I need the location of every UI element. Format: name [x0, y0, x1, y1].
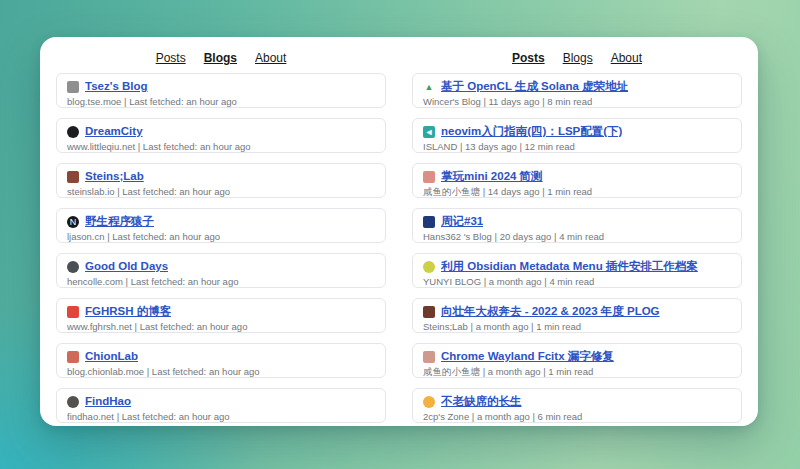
blog-link[interactable]: Steins;Lab: [85, 170, 144, 183]
blog-meta: www.littleqiu.net | Last fetched: an hou…: [67, 141, 375, 152]
blog-meta: blog.tse.moe | Last fetched: an hour ago: [67, 96, 375, 107]
post-link[interactable]: 利用 Obsidian Metadata Menu 插件安排工作档案: [441, 260, 698, 273]
post-meta: ISLAND | 13 days ago | 12 min read: [423, 141, 731, 152]
title-row: Chrome Wayland Fcitx 漏字修复: [423, 350, 731, 363]
blog-link[interactable]: Good Old Days: [85, 260, 168, 273]
tsez-blog-favicon: [67, 81, 79, 93]
post-card: 利用 Obsidian Metadata Menu 插件安排工作档案YUNYI …: [412, 253, 742, 288]
blog-meta: steinslab.io | Last fetched: an hour ago: [67, 186, 375, 197]
post-link[interactable]: 向壮年大叔奔去 - 2022 & 2023 年度 PLOG: [441, 305, 660, 318]
nav-link-about[interactable]: About: [255, 51, 286, 65]
post-card: ◄neovim入门指南(四)：LSP配置(下)ISLAND | 13 days …: [412, 118, 742, 153]
post-meta: 2cp's Zone | a month ago | 6 min read: [423, 411, 731, 422]
findhao-favicon: [67, 396, 79, 408]
steinslab-avatar-favicon: [423, 306, 435, 318]
post-card: 不老缺席的长生2cp's Zone | a month ago | 6 min …: [412, 388, 742, 423]
post-meta: Steins;Lab | a month ago | 1 min read: [423, 321, 731, 332]
post-meta: 咸鱼的小鱼塘 | a month ago | 1 min read: [423, 366, 731, 378]
post-link[interactable]: 掌玩mini 2024 简测: [441, 170, 543, 183]
title-row: Steins;Lab: [67, 170, 375, 183]
blogs-column-nav: PostsBlogsAbout: [56, 45, 386, 73]
title-row: FGHRSH 的博客: [67, 305, 375, 318]
yunyi-favicon: [423, 261, 435, 273]
title-row: DreamCity: [67, 125, 375, 138]
post-meta: YUNYI BLOG | a month ago | 4 min read: [423, 276, 731, 287]
nav-link-blogs[interactable]: Blogs: [563, 51, 593, 65]
title-row: 向壮年大叔奔去 - 2022 & 2023 年度 PLOG: [423, 305, 731, 318]
title-row: ▲基于 OpenCL 生成 Solana 虚荣地址: [423, 80, 731, 93]
post-meta: Hans362 's Blog | 20 days ago | 4 min re…: [423, 231, 731, 242]
fghrsh-favicon: [67, 306, 79, 318]
title-row: 不老缺席的长生: [423, 395, 731, 408]
post-card: 掌玩mini 2024 简测咸鱼的小鱼塘 | 14 days ago | 1 m…: [412, 163, 742, 198]
blog-meta: hencolle.com | Last fetched: an hour ago: [67, 276, 375, 287]
post-card: Chrome Wayland Fcitx 漏字修复咸鱼的小鱼塘 | a mont…: [412, 343, 742, 378]
xianyu-pond-favicon: [423, 171, 435, 183]
post-link[interactable]: 基于 OpenCL 生成 Solana 虚荣地址: [441, 80, 628, 93]
post-link[interactable]: 周记#31: [441, 215, 483, 228]
title-row: N野生程序猿子: [67, 215, 375, 228]
posts-column: PostsBlogsAbout ▲基于 OpenCL 生成 Solana 虚荣地…: [412, 45, 742, 416]
dreamcity-favicon: [67, 126, 79, 138]
post-meta: 咸鱼的小鱼塘 | 14 days ago | 1 min read: [423, 186, 731, 198]
blog-link[interactable]: DreamCity: [85, 125, 143, 138]
blog-card: ChionLabblog.chionlab.moe | Last fetched…: [56, 343, 386, 378]
blog-list: Tsez's Blogblog.tse.moe | Last fetched: …: [56, 73, 386, 423]
blog-link[interactable]: Tsez's Blog: [85, 80, 148, 93]
xianyu-pond-favicon: [423, 351, 435, 363]
nav-link-about[interactable]: About: [611, 51, 642, 65]
post-link[interactable]: Chrome Wayland Fcitx 漏字修复: [441, 350, 614, 363]
post-card: ▲基于 OpenCL 生成 Solana 虚荣地址Wincer's Blog |…: [412, 73, 742, 108]
hans362-favicon: [423, 216, 435, 228]
title-row: 利用 Obsidian Metadata Menu 插件安排工作档案: [423, 260, 731, 273]
blog-card: FGHRSH 的博客www.fghrsh.net | Last fetched:…: [56, 298, 386, 333]
post-list: ▲基于 OpenCL 生成 Solana 虚荣地址Wincer's Blog |…: [412, 73, 742, 423]
blog-card: N野生程序猿子ljason.cn | Last fetched: an hour…: [56, 208, 386, 243]
steinslab-favicon: [67, 171, 79, 183]
blog-link[interactable]: FindHao: [85, 395, 131, 408]
title-row: ◄neovim入门指南(四)：LSP配置(下): [423, 125, 731, 138]
title-row: 周记#31: [423, 215, 731, 228]
island-favicon: ◄: [423, 126, 435, 138]
blog-link[interactable]: FGHRSH 的博客: [85, 305, 171, 318]
chionlab-favicon: [67, 351, 79, 363]
blog-meta: findhao.net | Last fetched: an hour ago: [67, 411, 375, 422]
post-card: 向壮年大叔奔去 - 2022 & 2023 年度 PLOGSteins;Lab …: [412, 298, 742, 333]
blog-meta: blog.chionlab.moe | Last fetched: an hou…: [67, 366, 375, 377]
nav-link-blogs[interactable]: Blogs: [204, 51, 237, 65]
post-card: 周记#31Hans362 's Blog | 20 days ago | 4 m…: [412, 208, 742, 243]
ljason-favicon: N: [67, 216, 79, 228]
posts-column-nav: PostsBlogsAbout: [412, 45, 742, 73]
title-row: ChionLab: [67, 350, 375, 363]
blogs-column: PostsBlogsAbout Tsez's Blogblog.tse.moe …: [56, 45, 386, 416]
post-link[interactable]: neovim入门指南(四)：LSP配置(下): [441, 125, 622, 138]
blog-card: Good Old Dayshencolle.com | Last fetched…: [56, 253, 386, 288]
title-row: Good Old Days: [67, 260, 375, 273]
blog-meta: www.fghrsh.net | Last fetched: an hour a…: [67, 321, 375, 332]
blog-meta: ljason.cn | Last fetched: an hour ago: [67, 231, 375, 242]
title-row: 掌玩mini 2024 简测: [423, 170, 731, 183]
wincer-tree-favicon: ▲: [423, 81, 435, 93]
post-meta: Wincer's Blog | 11 days ago | 8 min read: [423, 96, 731, 107]
blog-link[interactable]: ChionLab: [85, 350, 138, 363]
nav-link-posts[interactable]: Posts: [156, 51, 186, 65]
blog-card: Tsez's Blogblog.tse.moe | Last fetched: …: [56, 73, 386, 108]
post-link[interactable]: 不老缺席的长生: [441, 395, 522, 408]
blog-link[interactable]: 野生程序猿子: [85, 215, 154, 228]
title-row: Tsez's Blog: [67, 80, 375, 93]
title-row: FindHao: [67, 395, 375, 408]
nav-link-posts[interactable]: Posts: [512, 51, 545, 65]
good-old-days-favicon: [67, 261, 79, 273]
moon-emoji-favicon: [423, 396, 435, 408]
blog-card: FindHaofindhao.net | Last fetched: an ho…: [56, 388, 386, 423]
blog-card: Steins;Labsteinslab.io | Last fetched: a…: [56, 163, 386, 198]
blog-card: DreamCitywww.littleqiu.net | Last fetche…: [56, 118, 386, 153]
reader-card: PostsBlogsAbout Tsez's Blogblog.tse.moe …: [40, 37, 758, 426]
